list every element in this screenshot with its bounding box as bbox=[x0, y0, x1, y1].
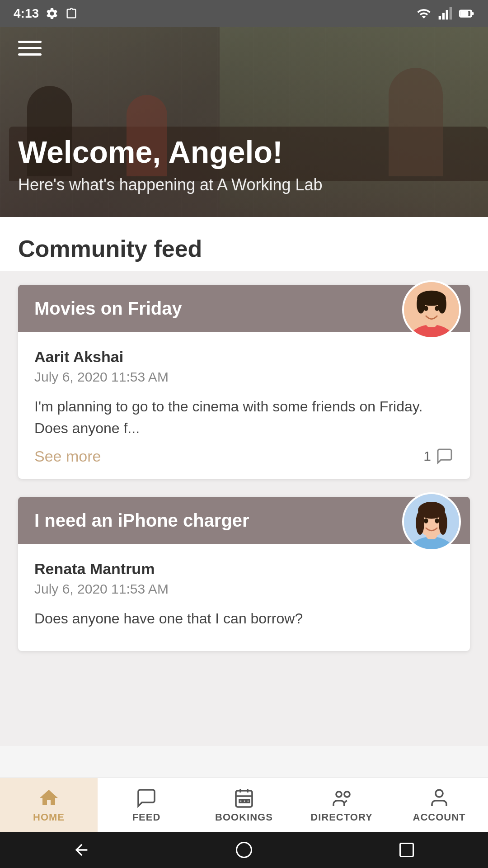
battery-icon bbox=[458, 5, 474, 22]
nav-item-directory[interactable]: DIRECTORY bbox=[293, 778, 390, 832]
clipboard-icon bbox=[65, 7, 78, 20]
svg-point-25 bbox=[424, 518, 428, 523]
wifi-icon bbox=[417, 6, 431, 21]
avatar bbox=[402, 492, 461, 551]
welcome-title: Welcome, Angelo! bbox=[18, 135, 470, 169]
feed-icon bbox=[136, 787, 157, 809]
home-system-button[interactable] bbox=[230, 836, 258, 863]
svg-rect-5 bbox=[472, 12, 474, 15]
svg-rect-1 bbox=[442, 13, 445, 20]
svg-rect-3 bbox=[450, 7, 452, 19]
post-card: I need an iPhone charger bbox=[18, 497, 470, 651]
comment-icon bbox=[436, 447, 454, 465]
post-body: Renata Mantrum July 6, 2020 11:53 AM Doe… bbox=[18, 544, 470, 651]
post-body: Aarit Akshai July 6, 2020 11:53 AM I'm p… bbox=[18, 332, 470, 479]
nav-item-account[interactable]: ACCOUNT bbox=[390, 778, 488, 832]
community-feed-heading: Community feed bbox=[0, 217, 488, 271]
nav-item-bookings[interactable]: BOOKINGS bbox=[195, 778, 293, 832]
svg-rect-7 bbox=[460, 11, 469, 16]
post-author: Renata Mantrum bbox=[34, 560, 454, 578]
status-left: 4:13 bbox=[14, 6, 78, 21]
post-footer: See more 1 bbox=[34, 447, 454, 465]
avatar bbox=[402, 280, 461, 339]
post-card: Movies on Friday bbox=[18, 285, 470, 479]
post-header: I need an iPhone charger bbox=[18, 497, 470, 544]
svg-point-35 bbox=[344, 792, 350, 797]
time-display: 4:13 bbox=[14, 6, 39, 21]
hero-banner: Welcome, Angelo! Here's what's happening… bbox=[0, 27, 488, 217]
hero-subtitle: Here's what's happening at A Working Lab bbox=[18, 175, 470, 194]
post-date: July 6, 2020 11:53 AM bbox=[34, 369, 454, 385]
svg-point-14 bbox=[438, 295, 446, 313]
svg-rect-31 bbox=[239, 800, 242, 802]
hamburger-menu[interactable] bbox=[18, 41, 42, 56]
status-bar: 4:13 bbox=[0, 0, 488, 27]
comment-number: 1 bbox=[423, 448, 431, 464]
svg-rect-2 bbox=[446, 10, 448, 19]
signal-icon bbox=[437, 6, 452, 21]
bottom-nav: HOME FEED BOOKINGS DIRECTORY bbox=[0, 778, 488, 832]
recents-button[interactable] bbox=[393, 836, 420, 863]
settings-icon bbox=[45, 7, 59, 20]
nav-label-feed: FEED bbox=[132, 811, 161, 823]
svg-point-26 bbox=[435, 518, 439, 523]
nav-label-bookings: BOOKINGS bbox=[215, 811, 273, 823]
svg-point-13 bbox=[417, 295, 425, 313]
svg-rect-32 bbox=[243, 800, 246, 802]
post-title: I need an iPhone charger bbox=[34, 509, 249, 531]
post-date: July 6, 2020 11:53 AM bbox=[34, 581, 454, 597]
svg-point-36 bbox=[436, 790, 443, 797]
nav-label-account: ACCOUNT bbox=[413, 811, 466, 823]
post-author: Aarit Akshai bbox=[34, 348, 454, 366]
account-icon bbox=[428, 787, 450, 809]
svg-point-22 bbox=[416, 511, 424, 535]
post-header: Movies on Friday bbox=[18, 285, 470, 332]
post-text: I'm planning to go to the cinema with so… bbox=[34, 396, 454, 439]
nav-label-directory: DIRECTORY bbox=[310, 811, 372, 823]
hero-content: Welcome, Angelo! Here's what's happening… bbox=[18, 135, 470, 194]
nav-label-home: HOME bbox=[33, 811, 65, 823]
see-more-link[interactable]: See more bbox=[34, 448, 101, 465]
post-text: Does anyone have one that I can borrow? bbox=[34, 608, 454, 629]
directory-icon bbox=[331, 787, 352, 809]
system-nav-bar bbox=[0, 832, 488, 868]
svg-rect-33 bbox=[247, 800, 249, 802]
svg-point-34 bbox=[336, 792, 342, 797]
svg-rect-0 bbox=[439, 16, 441, 19]
svg-point-23 bbox=[439, 511, 447, 535]
status-right bbox=[417, 5, 474, 22]
bookings-icon bbox=[233, 787, 255, 809]
svg-point-24 bbox=[421, 504, 443, 515]
comment-count: 1 bbox=[423, 447, 454, 465]
post-title: Movies on Friday bbox=[34, 297, 182, 319]
svg-rect-27 bbox=[236, 791, 252, 807]
svg-point-15 bbox=[424, 306, 428, 311]
nav-item-home[interactable]: HOME bbox=[0, 778, 98, 832]
nav-item-feed[interactable]: FEED bbox=[98, 778, 195, 832]
svg-point-16 bbox=[435, 306, 439, 311]
feed-container: Movies on Friday bbox=[0, 271, 488, 746]
home-icon bbox=[38, 787, 60, 809]
back-button[interactable] bbox=[68, 836, 95, 863]
